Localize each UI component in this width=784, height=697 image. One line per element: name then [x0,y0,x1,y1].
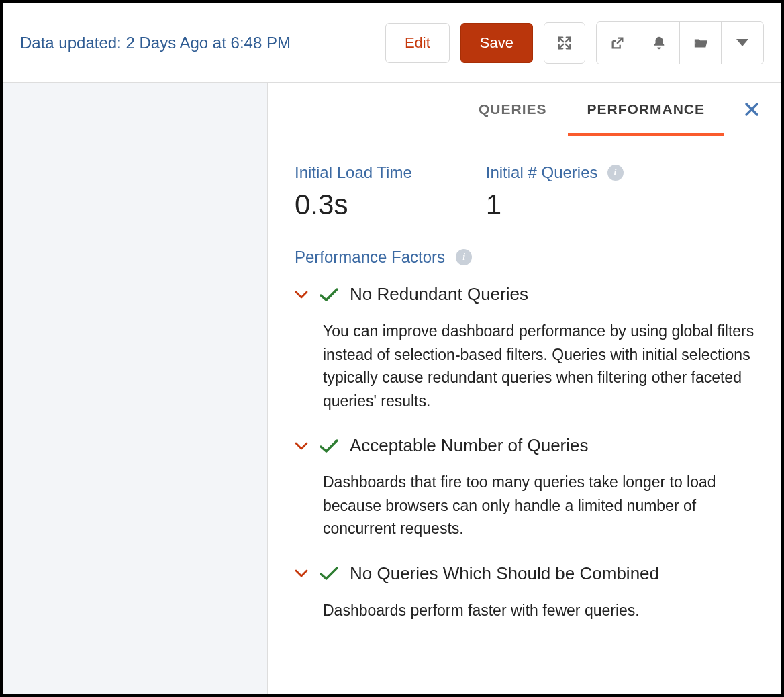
factor-body: Dashboards that fire too many queries ta… [295,471,754,541]
metric-query-count: Initial # Queries i 1 [486,163,624,221]
chevron-down-icon [295,441,308,451]
info-icon[interactable]: i [456,249,472,265]
save-button[interactable]: Save [460,23,533,63]
edit-button[interactable]: Edit [385,23,450,63]
factor-item: No Queries Which Should be Combined Dash… [295,563,754,622]
notifications-button[interactable] [638,22,680,64]
toolbar: Data updated: 2 Days Ago at 6:48 PM Edit… [3,3,781,83]
factor-item: Acceptable Number of Queries Dashboards … [295,435,754,541]
metrics-row: Initial Load Time 0.3s Initial # Queries… [295,163,754,221]
tab-queries[interactable]: Queries [458,83,567,136]
factor-header[interactable]: No Queries Which Should be Combined [295,563,754,584]
more-button[interactable] [722,22,763,64]
fullscreen-button[interactable] [544,22,585,64]
metric-query-count-value: 1 [486,189,624,221]
factor-header[interactable]: No Redundant Queries [295,284,754,305]
folder-open-icon [693,36,709,50]
metric-query-count-label: Initial # Queries i [486,163,624,182]
close-icon [744,101,760,118]
panel-body: Initial Load Time 0.3s Initial # Queries… [268,136,781,645]
metric-load-time-value: 0.3s [295,189,412,221]
toolbar-button-group [596,21,764,64]
metric-load-time: Initial Load Time 0.3s [295,163,412,221]
factor-title: No Redundant Queries [350,284,528,305]
left-panel [3,83,268,694]
share-button[interactable] [597,22,638,64]
right-panel: Queries Performance Initial Load Time 0.… [268,83,781,694]
info-icon[interactable]: i [607,165,624,181]
close-panel-button[interactable] [725,101,781,118]
tab-performance[interactable]: Performance [567,83,725,136]
factor-title: Acceptable Number of Queries [350,435,589,456]
caret-down-icon [736,39,748,47]
factor-body: You can improve dashboard performance by… [295,320,754,412]
factor-title: No Queries Which Should be Combined [350,563,659,584]
check-icon [319,438,339,454]
content-area: Queries Performance Initial Load Time 0.… [3,83,781,694]
metric-load-time-label: Initial Load Time [295,163,412,182]
chevron-down-icon [295,290,308,299]
factor-body: Dashboards perform faster with fewer que… [295,599,754,622]
bell-icon [652,36,667,50]
tabs: Queries Performance [268,83,781,136]
share-icon [610,36,625,50]
check-icon [319,287,339,303]
chevron-down-icon [295,569,308,578]
expand-icon [557,36,572,50]
check-icon [319,565,339,582]
factor-item: No Redundant Queries You can improve das… [295,284,754,412]
folder-button[interactable] [680,22,722,64]
data-updated-label: Data updated: 2 Days Ago at 6:48 PM [20,34,291,52]
factor-header[interactable]: Acceptable Number of Queries [295,435,754,456]
performance-factors-header: Performance Factors i [295,248,754,267]
